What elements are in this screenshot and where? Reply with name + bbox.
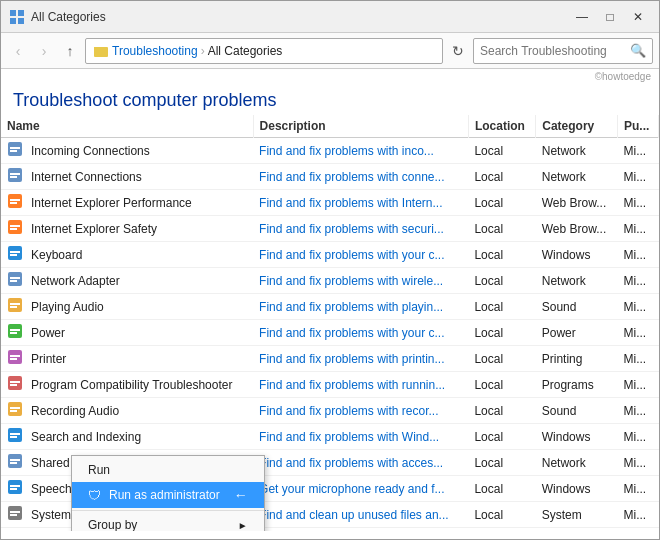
run-label: Run [88,463,110,477]
row-icon-cell [1,242,25,268]
row-category: Web Brow... [536,216,618,242]
row-description: Find and clean up unused files an... [253,502,468,528]
forward-button[interactable]: › [33,40,55,62]
row-category: Programs [536,372,618,398]
table-row[interactable]: Power Find and fix problems with your c.… [1,320,659,346]
item-icon [7,219,23,235]
row-name: Internet Explorer Safety [25,216,253,242]
svg-rect-6 [10,147,20,149]
item-icon [7,401,23,417]
row-location: Local [468,190,535,216]
row-description: Find and fix problems with Wind... [253,424,468,450]
row-category: Network [536,268,618,294]
window-icon [9,9,25,25]
row-publisher: Mi... [617,398,658,424]
row-name: Incoming Connections [25,138,253,164]
window-controls: — □ ✕ [569,7,651,27]
svg-rect-18 [10,251,20,253]
col-publisher[interactable]: Pu... [617,115,658,138]
row-description: Find and fix problems with runnin... [253,372,468,398]
item-icon [7,297,23,313]
svg-rect-45 [10,485,20,487]
row-category: Network [536,450,618,476]
table-row[interactable]: Internet Explorer Safety Find and fix pr… [1,216,659,242]
row-category: System [536,502,618,528]
row-icon-cell [1,268,25,294]
item-icon [7,167,23,183]
table-row[interactable]: Recording Audio Find and fix problems wi… [1,398,659,424]
table-row[interactable]: Internet Explorer Performance Find and f… [1,190,659,216]
address-path[interactable]: Troubleshooting › All Categories [85,38,443,64]
svg-rect-36 [10,407,20,409]
svg-rect-37 [10,410,17,412]
table-row[interactable]: Incoming Connections Find and fix proble… [1,138,659,164]
col-category[interactable]: Category [536,115,618,138]
row-location: Local [468,346,535,372]
row-category: Windows [536,242,618,268]
context-group-by[interactable]: Group by ► [72,513,264,531]
table-row[interactable]: Internet Connections Find and fix proble… [1,164,659,190]
svg-rect-40 [10,436,17,438]
row-description: Find and fix problems with recor... [253,398,468,424]
row-category: Windows [536,528,618,532]
close-button[interactable]: ✕ [625,7,651,27]
refresh-button[interactable]: ↻ [447,40,469,62]
maximize-button[interactable]: □ [597,7,623,27]
item-icon [7,349,23,365]
row-icon-cell [1,398,25,424]
table-row[interactable]: Printer Find and fix problems with print… [1,346,659,372]
table-container: Name Description Location Category Pu...… [1,115,659,531]
row-publisher: Mi... [617,190,658,216]
row-publisher: Mi... [617,320,658,346]
row-name: Program Compatibility Troubleshooter [25,372,253,398]
row-publisher: Mi... [617,372,658,398]
context-run[interactable]: Run [72,458,264,482]
item-icon [7,453,23,469]
row-description: Find and fix problems with your c... [253,242,468,268]
svg-rect-33 [10,381,20,383]
table-row[interactable]: Network Adapter Find and fix problems wi… [1,268,659,294]
row-publisher: Mi... [617,164,658,190]
row-description: Find and fix problems with inco... [253,138,468,164]
row-icon-cell [1,372,25,398]
table-row[interactable]: Keyboard Find and fix problems with your… [1,242,659,268]
up-button[interactable]: ↑ [59,40,81,62]
row-icon-cell [1,164,25,190]
row-description: Find and fix problems with wirele... [253,268,468,294]
row-location: Local [468,164,535,190]
search-input[interactable] [480,44,630,58]
arrow-indicator: ← [234,487,248,503]
row-description: Find and fix problems with Intern... [253,190,468,216]
row-category: Windows [536,424,618,450]
svg-rect-46 [10,488,17,490]
context-run-admin[interactable]: 🛡 Run as administrator ← [72,482,264,508]
row-publisher: Mi... [617,502,658,528]
row-category: Sound [536,294,618,320]
table-row[interactable]: Search and Indexing Find and fix problem… [1,424,659,450]
svg-rect-3 [18,18,24,24]
col-name[interactable]: Name [1,115,253,138]
row-location: Local [468,502,535,528]
row-description: Find and fix problems with printin... [253,346,468,372]
table-row[interactable]: Program Compatibility Troubleshooter Fin… [1,372,659,398]
row-description: Find and fix problems with your c... [253,320,468,346]
row-icon-cell [1,528,25,532]
table-row[interactable]: Playing Audio Find and fix problems with… [1,294,659,320]
item-icon [7,323,23,339]
group-by-label: Group by [88,518,137,531]
col-description[interactable]: Description [253,115,468,138]
row-publisher: Mi... [617,424,658,450]
svg-rect-39 [10,433,20,435]
path-separator: › [201,44,205,58]
row-icon-cell [1,502,25,528]
item-icon [7,375,23,391]
col-location[interactable]: Location [468,115,535,138]
row-icon-cell [1,216,25,242]
back-button[interactable]: ‹ [7,40,29,62]
minimize-button[interactable]: — [569,7,595,27]
row-icon-cell [1,450,25,476]
row-location: Local [468,398,535,424]
svg-rect-16 [10,228,17,230]
context-separator [72,510,264,511]
row-icon-cell [1,320,25,346]
